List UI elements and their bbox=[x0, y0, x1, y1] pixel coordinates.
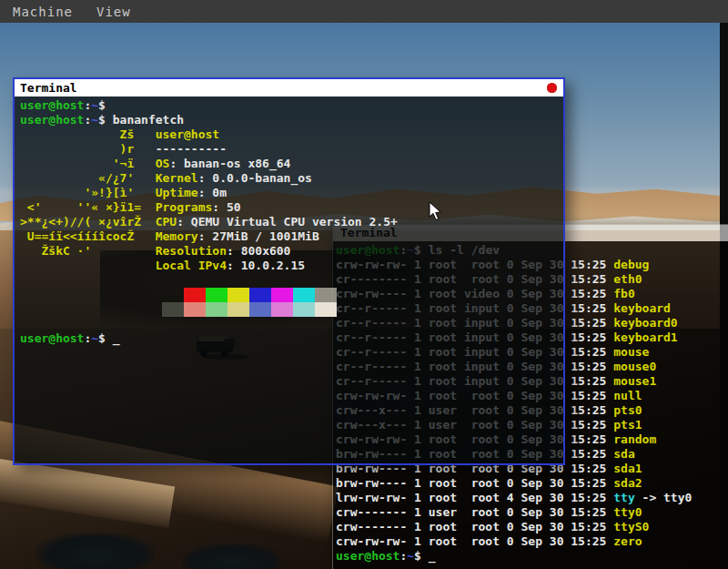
mouse-cursor-icon bbox=[429, 201, 442, 221]
wallpaper-bush bbox=[36, 533, 155, 569]
fetch-line: >**¿<+)//( ×¿vîrŽ CPU: QEMU Virtual CPU … bbox=[20, 215, 563, 229]
vm-menu-bar: Machine View bbox=[0, 0, 728, 23]
fetch-line: '¬ï OS: banan-os x86_64 bbox=[20, 157, 563, 171]
blank-line bbox=[20, 317, 563, 331]
palette-swatch bbox=[206, 302, 228, 317]
palette-swatch bbox=[228, 302, 249, 317]
prompt-line: user@host:~$ _ bbox=[20, 331, 563, 346]
fetch-line: )r ---------- bbox=[20, 142, 563, 157]
palette-swatch bbox=[206, 288, 228, 302]
fetch-line: «/¿7' Kernel: 0.0.0-banan_os bbox=[20, 171, 563, 186]
listing-row: lrw-rw-rw- 1 root root 4 Sep 30 15:25 tt… bbox=[336, 491, 728, 505]
palette-swatch bbox=[162, 288, 184, 302]
palette-swatch bbox=[249, 302, 271, 317]
menu-view[interactable]: View bbox=[96, 5, 131, 19]
fetch-line: '»!}[ì' Uptime: 0m bbox=[20, 186, 563, 200]
wallpaper-bush bbox=[182, 544, 282, 569]
palette-swatch bbox=[162, 302, 184, 317]
fetch-line: <' ''« ×}ï1= Programs: 50 bbox=[20, 200, 563, 215]
palette-swatch bbox=[293, 288, 315, 302]
palette-swatch bbox=[293, 302, 315, 317]
listing-row: brw-rw---- 1 root root 0 Sep 30 15:25 sd… bbox=[336, 476, 728, 491]
palette-swatch bbox=[249, 288, 271, 302]
blank-line bbox=[20, 273, 563, 288]
prompt-line: user@host:~$ bbox=[20, 98, 563, 113]
terminal1-window: Terminal user@host:~$ user@host:~$ banan… bbox=[13, 77, 565, 465]
palette-swatch bbox=[271, 288, 293, 302]
palette-swatch bbox=[184, 288, 206, 302]
listing-row: crw------- 1 user root 0 Sep 30 15:25 tt… bbox=[336, 505, 728, 520]
fetch-line: U==íï<<íííîcocŽ Memory: 27MiB / 1001MiB bbox=[20, 229, 563, 244]
command-line: user@host:~$ bananfetch bbox=[20, 113, 563, 127]
menu-machine[interactable]: Machine bbox=[13, 5, 73, 19]
terminal1-titlebar[interactable]: Terminal bbox=[15, 79, 563, 97]
listing-row: crw------- 1 root root 0 Sep 30 15:25 tt… bbox=[336, 520, 728, 534]
palette-swatch bbox=[271, 302, 293, 317]
palette-swatch bbox=[184, 302, 206, 317]
terminal1-content[interactable]: user@host:~$ user@host:~$ bananfetch Zš … bbox=[15, 97, 563, 463]
fetch-line: Zš user@host bbox=[20, 127, 563, 142]
color-palette bbox=[162, 288, 563, 317]
fetch-line: ŽškC ·' Resolution: 800x600 bbox=[20, 244, 563, 259]
terminal1-title: Terminal bbox=[20, 81, 77, 96]
close-button-icon[interactable] bbox=[547, 83, 557, 93]
fetch-line: Local IPv4: 10.0.2.15 bbox=[20, 259, 563, 273]
listing-row: crw-rw-rw- 1 root root 0 Sep 30 15:25 ze… bbox=[336, 534, 728, 549]
palette-swatch bbox=[315, 288, 337, 302]
prompt-line: user@host:~$ _ bbox=[336, 549, 728, 564]
palette-swatch bbox=[315, 302, 337, 317]
palette-swatch bbox=[228, 288, 249, 302]
